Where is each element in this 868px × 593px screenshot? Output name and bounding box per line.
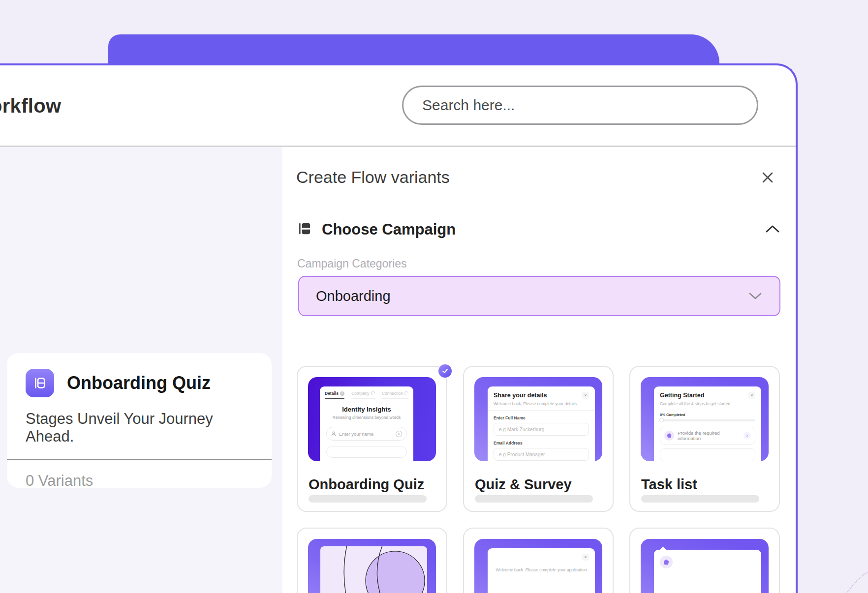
variants-count: 0 Variants [26,472,253,490]
campaign-card-6[interactable] [629,528,780,593]
browser-tab-shape [108,34,719,67]
card-label: Onboarding Quiz [309,476,424,493]
chevron-right-icon: › [744,432,751,439]
chevron-down-icon [748,292,763,300]
flow-card-divider [7,459,272,460]
create-flow-variants-panel: Create Flow variants Choose Campaign [282,147,794,593]
skeleton-bar [475,495,593,503]
person-icon [331,431,336,436]
app-title: orkflow [0,95,61,117]
left-panel: Onboarding Quiz Stages Unveil Your Journ… [0,147,282,593]
mini-name-input: Enter your name ✕ [326,427,407,441]
section-title: Choose Campaign [322,221,456,238]
abstract-illustration [320,546,427,593]
mini-tab-company: Company [351,391,374,399]
card-preview [308,539,436,593]
campaign-category-select[interactable]: Onboarding [298,276,780,316]
screen: orkflow Onboarding Quiz Stages Unveil Yo… [0,0,868,593]
campaign-card-4[interactable] [297,528,447,593]
check-circle-icon: ✓ [340,391,344,396]
card-preview: Share your details × Welcome back, Pleas… [474,377,602,461]
card-label: Task list [641,476,697,493]
close-icon[interactable] [761,171,775,184]
flow-subtitle: Stages Unveil Your Journey Ahead. [26,410,253,445]
mini-close-icon: × [582,554,589,561]
selected-check-badge [437,363,453,379]
card-preview [641,539,769,593]
app-window: orkflow Onboarding Quiz Stages Unveil Yo… [0,63,798,593]
campaign-grid: Details ✓ Company [297,366,780,593]
decorative-dotted-circle [835,559,868,593]
card-preview: × Welcome back. Please complete your app… [474,539,602,593]
campaign-journal-icon [298,220,312,237]
loader-icon [403,390,409,396]
skeleton-bar [641,495,759,503]
mini-tab-details: Details ✓ [325,391,344,399]
mini-progress-track [660,419,755,421]
mini-fullname-input: e.g Mark Zuckerburg [494,423,589,436]
mini-subheading: Revealing dimensions beyond words [320,415,413,420]
mini-tab-connection: Connection [382,391,408,399]
mini-heading: Identity Insights [320,406,413,413]
clear-circle-icon: ✕ [396,431,402,437]
category-label: Campaign Categories [297,257,406,270]
flow-summary-card[interactable]: Onboarding Quiz Stages Unveil Your Journ… [7,353,272,488]
journal-icon [26,369,54,397]
gem-icon [660,556,673,568]
flow-title: Onboarding Quiz [67,373,211,393]
chevron-up-icon[interactable] [765,224,780,235]
search-input[interactable] [402,86,758,125]
card-label: Quiz & Survey [475,476,572,493]
campaign-card-onboarding-quiz[interactable]: Details ✓ Company [297,366,447,512]
card-preview: Details ✓ Company [308,377,436,461]
loader-icon [370,390,375,396]
panel-title: Create Flow variants [296,168,450,187]
mini-email-input: e.g Product Manager [494,448,589,461]
mini-close-icon: × [582,392,589,399]
mini-close-icon: × [748,392,755,399]
mini-bubble-card [654,550,761,593]
campaign-card-task-list[interactable]: Getting Started × Complete all the 4 ste… [629,366,780,512]
campaign-card-5[interactable]: × Welcome back. Please complete your app… [463,528,614,593]
card-preview: Getting Started × Complete all the 4 ste… [641,377,769,461]
gem-icon [664,431,674,441]
mini-task-item: Provide the required information › [660,427,755,445]
selected-category: Onboarding [316,288,391,304]
campaign-card-quiz-survey[interactable]: Share your details × Welcome back, Pleas… [463,366,614,512]
skeleton-bar [309,495,427,503]
